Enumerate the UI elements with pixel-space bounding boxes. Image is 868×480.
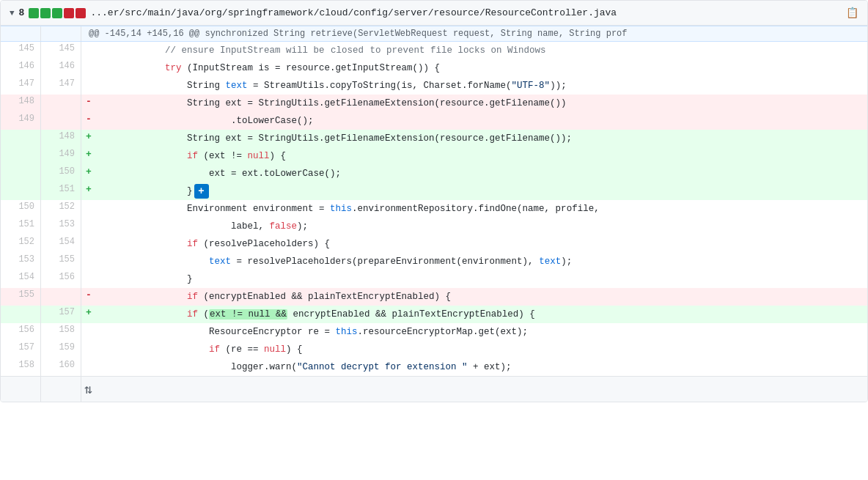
diff-marker-added: + [81,182,96,200]
stat-block-removed-2 [76,8,86,18]
copy-icon[interactable]: 📋 [846,7,858,19]
stat-block-removed-1 [64,8,74,18]
line-num-new: 147 [41,77,81,95]
line-num-old [1,147,41,165]
diff-marker [81,235,96,253]
diff-row-added: 149 + if (ext != null) { [1,147,867,165]
diff-marker [81,59,96,77]
line-num-old: 156 [1,323,41,341]
diff-content: try (InputStream is = resource.getInputS… [96,59,867,77]
diff-content: if (ext != null) { [96,147,867,165]
stat-block-added-3 [52,8,62,18]
diff-content: logger.warn("Cannot decrypt for extensio… [96,358,867,376]
diff-row-removed: 149 - .toLowerCase(); [1,112,867,130]
line-num-old [1,377,41,402]
diff-content: } [96,270,867,288]
line-num-new: 153 [41,218,81,235]
line-num-old: 150 [1,200,41,218]
diff-marker [81,218,96,235]
diff-footer-row: ⇅ [1,376,867,402]
diff-content: .toLowerCase(); [96,112,867,130]
diff-row-added-expand: 151 + } + [1,182,867,200]
diff-row: 153 155 text = resolvePlaceholders(prepa… [1,253,867,270]
diff-row: 152 154 if (resolvePlaceholders) { [1,235,867,253]
stat-blocks [29,8,86,18]
diff-content: String ext = StringUtils.getFilenameExte… [96,95,867,112]
diff-content: String ext = StringUtils.getFilenameExte… [96,130,867,147]
diff-row: 146 146 try (InputStream is = resource.g… [1,59,867,77]
diff-marker [81,270,96,288]
line-num-new: 160 [41,358,81,376]
diff-marker [81,42,96,59]
hunk-line-old [1,26,41,41]
diff-row: 154 156 } [1,270,867,288]
line-num-old: 145 [1,42,41,59]
line-num-old: 151 [1,218,41,235]
diff-row: 156 158 ResourceEncryptor re = this.reso… [1,323,867,341]
diff-marker-removed: - [81,288,96,306]
diff-row-removed: 148 - String ext = StringUtils.getFilena… [1,95,867,112]
line-num-old: 152 [1,235,41,253]
line-num-new [41,95,81,112]
line-num-new [41,377,81,402]
diff-marker [81,341,96,358]
diff-content: if (encryptEnabled && plainTextEncryptEn… [96,288,867,306]
diff-row: 145 145 // ensure InputStream will be cl… [1,42,867,59]
line-num-new: 151 [41,182,81,200]
diff-marker-added: + [81,165,96,182]
diff-content: text = resolvePlaceholders(prepareEnviro… [96,253,867,270]
diff-row-added: 157 + if (ext != null && encryptEnabled … [1,306,867,323]
line-num-old: 155 [1,288,41,306]
line-num-new: 155 [41,253,81,270]
diff-marker [81,323,96,341]
file-path: ...er/src/main/java/org/springframework/… [90,7,617,18]
hunk-header-row: @@ -145,14 +145,16 @@ synchronized Strin… [1,26,867,42]
hunk-line-new [41,26,81,41]
diff-row: 158 160 logger.warn("Cannot decrypt for … [1,358,867,376]
diff-marker [81,253,96,270]
diff-marker-added: + [81,306,96,323]
line-num-old: 149 [1,112,41,130]
diff-row: 157 159 if (re == null) { [1,341,867,358]
diff-row: 147 147 String text = StreamUtils.copyTo… [1,77,867,95]
line-num-old: 157 [1,341,41,358]
hunk-meta: @@ -145,14 +145,16 @@ synchronized Strin… [81,26,867,41]
expand-button[interactable]: + [194,184,209,199]
line-num-new: 148 [41,130,81,147]
diff-content: label, false); [96,218,867,235]
line-num-new: 159 [41,341,81,358]
diff-row: 151 153 label, false); [1,218,867,235]
line-num-new: 150 [41,165,81,182]
line-num-new: 146 [41,59,81,77]
diff-content: String text = StreamUtils.copyToString(i… [96,77,867,95]
diff-marker [81,200,96,218]
diff-content: } + [96,182,867,200]
line-num-old: 153 [1,253,41,270]
diff-content: if (ext != null && encryptEnabled && pla… [96,306,867,323]
line-num-new: 154 [41,235,81,253]
diff-content: // ensure InputStream will be closed to … [96,42,867,59]
line-num-old: 148 [1,95,41,112]
diff-content: if (re == null) { [96,341,867,358]
diff-marker [81,358,96,376]
line-num-old: 154 [1,270,41,288]
diff-row-added: 148 + String ext = StringUtils.getFilena… [1,130,867,147]
line-num-new: 145 [41,42,81,59]
diff-header-left: ▼ 8 ...er/src/main/java/org/springframew… [10,7,840,18]
stat-block-added-1 [29,8,39,18]
line-num-old: 158 [1,358,41,376]
diff-content: Environment environment = this.environme… [96,200,867,218]
diff-row-added: 150 + ext = ext.toLowerCase(); [1,165,867,182]
line-num-old [1,182,41,200]
footer-expand-icon[interactable]: ⇅ [81,377,92,402]
chevron-icon[interactable]: ▼ [10,9,15,18]
diff-marker-removed: - [81,112,96,130]
line-num-old: 147 [1,77,41,95]
line-num-old [1,306,41,323]
diff-header: ▼ 8 ...er/src/main/java/org/springframew… [1,1,867,26]
diff-marker-added: + [81,130,96,147]
line-num-old: 146 [1,59,41,77]
diff-marker [81,77,96,95]
diff-content: ResourceEncryptor re = this.resourceEncr… [96,323,867,341]
line-num-new: 157 [41,306,81,323]
